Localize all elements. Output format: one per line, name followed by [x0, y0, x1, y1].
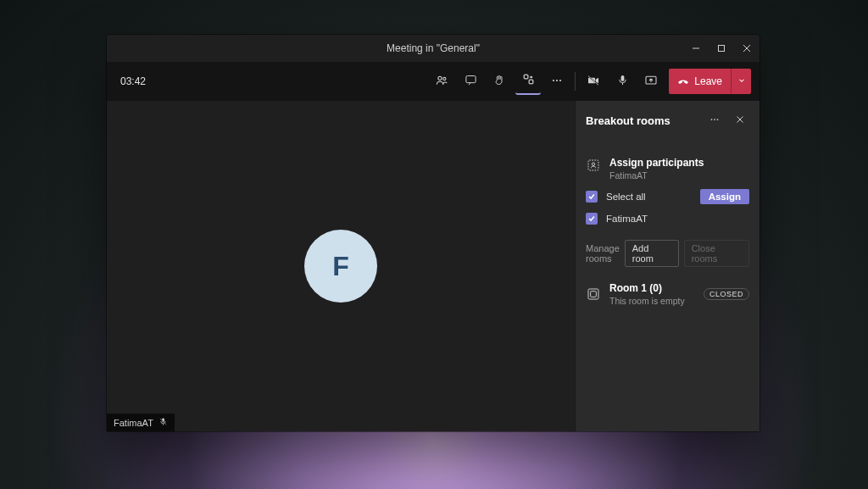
chat-icon [465, 74, 477, 89]
svg-point-4 [438, 76, 442, 80]
svg-rect-1 [719, 46, 725, 52]
avatar-initial: F [332, 251, 349, 282]
room-icon [586, 286, 601, 302]
raise-hand-button[interactable] [487, 68, 512, 95]
close-rooms-button[interactable]: Close rooms [684, 240, 749, 267]
breakout-rooms-button[interactable] [515, 68, 541, 95]
svg-point-23 [717, 119, 719, 120]
room-row[interactable]: Room 1 (0) This room is empty CLOSED [586, 282, 749, 306]
participant-name-label: FatimaAT [114, 418, 153, 428]
leave-dropdown-button[interactable] [731, 69, 751, 94]
svg-rect-7 [524, 75, 528, 79]
more-icon [709, 114, 721, 128]
teams-meeting-window: Meeting in "General" 03:42 [107, 35, 760, 431]
svg-point-27 [592, 163, 594, 165]
toolbar-group-secondary [429, 68, 570, 95]
leave-button[interactable]: Leave [669, 69, 731, 94]
window-minimize-button[interactable] [683, 35, 709, 62]
chat-button[interactable] [458, 68, 483, 95]
participant-avatar: F [304, 230, 377, 303]
toolbar-group-av [581, 68, 664, 95]
room-title: Room 1 (0) [609, 282, 695, 294]
meeting-body: F FatimaAT Breakout rooms [107, 101, 760, 431]
room-status-badge: CLOSED [704, 288, 749, 300]
more-icon [550, 74, 564, 90]
window-controls [683, 35, 760, 62]
breakout-rooms-panel: Breakout rooms [575, 101, 760, 431]
camera-off-icon [587, 74, 600, 90]
panel-header: Breakout rooms [586, 101, 749, 140]
meeting-timer: 03:42 [120, 75, 146, 87]
participant-name: FatimaAT [606, 214, 749, 224]
video-stage: F FatimaAT [107, 101, 575, 431]
participant-name-tag: FatimaAT [107, 414, 175, 431]
meeting-toolbar: 03:42 [107, 62, 760, 101]
svg-point-9 [553, 79, 554, 81]
window-maximize-button[interactable] [709, 35, 734, 62]
assign-title: Assign participants [609, 157, 749, 169]
window-title: Meeting in "General" [387, 42, 480, 54]
breakout-rooms-icon [522, 73, 535, 88]
mic-toggle-button[interactable] [609, 68, 635, 95]
assign-subtitle: FatimaAT [609, 170, 749, 181]
title-bar: Meeting in "General" [107, 35, 760, 62]
svg-point-10 [556, 79, 558, 81]
participants-button[interactable] [429, 68, 454, 95]
svg-point-11 [559, 79, 561, 81]
mic-muted-icon [159, 417, 168, 428]
assign-participants-icon [586, 158, 601, 173]
select-all-checkbox[interactable] [586, 191, 598, 203]
leave-group: Leave [669, 69, 751, 94]
assign-participants-header: Assign participants FatimaAT [586, 157, 749, 181]
svg-rect-8 [529, 80, 533, 84]
panel-title: Breakout rooms [586, 114, 698, 127]
camera-toggle-button[interactable] [581, 68, 606, 95]
manage-rooms-label: Manage rooms [586, 243, 620, 264]
chevron-down-icon [737, 75, 746, 87]
svg-rect-6 [466, 76, 476, 83]
add-room-button[interactable]: Add room [625, 240, 679, 267]
panel-close-button[interactable] [731, 111, 749, 130]
share-screen-button[interactable] [638, 68, 664, 95]
leave-label: Leave [694, 75, 722, 87]
participant-row: FatimaAT [586, 213, 749, 225]
select-all-row: Select all Assign [586, 189, 749, 204]
svg-point-21 [711, 119, 713, 120]
manage-rooms-row: Manage rooms Add room Close rooms [586, 240, 749, 267]
svg-point-22 [714, 119, 715, 120]
toolbar-divider [575, 72, 576, 91]
room-subtitle: This room is empty [609, 296, 695, 306]
svg-point-5 [443, 77, 446, 80]
svg-rect-28 [588, 289, 598, 299]
close-icon [735, 114, 745, 127]
more-actions-button[interactable] [544, 68, 570, 95]
raise-hand-icon [493, 74, 506, 89]
assign-participants-block: Assign participants FatimaAT Select all … [586, 157, 749, 225]
hangup-icon [677, 75, 689, 89]
select-all-label: Select all [606, 192, 692, 202]
window-close-button[interactable] [734, 35, 760, 62]
assign-button[interactable]: Assign [700, 189, 749, 204]
microphone-icon [616, 74, 629, 89]
people-icon [435, 74, 448, 90]
svg-rect-14 [620, 75, 624, 81]
share-screen-icon [644, 74, 658, 90]
svg-rect-29 [591, 292, 597, 297]
panel-more-button[interactable] [705, 111, 724, 130]
participant-checkbox[interactable] [586, 213, 598, 225]
